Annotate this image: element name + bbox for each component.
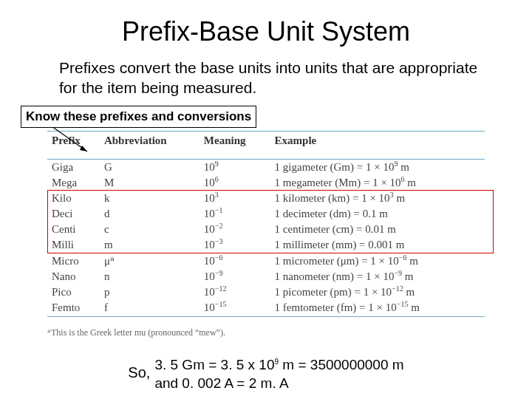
cell-meaning: 109	[200, 159, 270, 175]
cell-prefix: Milli	[47, 237, 100, 253]
table-row: Nanon10−91 nanometer (nm) = 1 × 10−9 m	[47, 269, 485, 284]
col-abbr: Abbreviation	[100, 131, 200, 159]
intro-text: Prefixes convert the base units into uni…	[59, 58, 480, 98]
footnote: ᵃThis is the Greek letter mu (pronounced…	[47, 327, 511, 338]
cell-example: 1 millimeter (mm) = 0.001 m	[270, 237, 485, 253]
cell-meaning: 10−2	[200, 222, 270, 237]
slide: Prefix-Base Unit System Prefixes convert…	[0, 0, 532, 399]
prefix-table: Prefix Abbreviation Meaning Example Giga…	[47, 131, 485, 317]
cell-meaning: 10−6	[200, 253, 270, 269]
cell-prefix: Micro	[47, 253, 100, 269]
cell-prefix: Femto	[47, 300, 100, 317]
cell-abbr: n	[100, 269, 200, 284]
conclusion-line2: and 0. 002 A = 2 m. A	[154, 374, 403, 393]
prefix-table-wrap: Prefix Abbreviation Meaning Example Giga…	[47, 131, 485, 317]
cell-abbr: M	[100, 175, 200, 191]
cell-example: 1 centimeter (cm) = 0.01 m	[270, 222, 485, 237]
cell-abbr: f	[100, 300, 200, 317]
col-example: Example	[270, 131, 485, 159]
conclusion-box: 3. 5 Gm = 3. 5 x 109 m = 3500000000 m an…	[154, 355, 403, 393]
table-header-row: Prefix Abbreviation Meaning Example	[47, 131, 485, 159]
svg-marker-1	[80, 146, 87, 151]
cell-meaning: 10−15	[200, 300, 270, 317]
page-title: Prefix-Base Unit System	[21, 16, 511, 47]
conclusion-so: So,	[128, 364, 150, 381]
table-row: GigaG1091 gigameter (Gm) = 1 × 109 m	[47, 159, 485, 175]
table-row: Kilok1031 kilometer (km) = 1 × 103 m	[47, 191, 485, 206]
cell-abbr: G	[100, 159, 200, 175]
cell-prefix: Centi	[47, 222, 100, 237]
cell-meaning: 106	[200, 175, 270, 191]
cell-example: 1 nanometer (nm) = 1 × 10−9 m	[270, 269, 485, 284]
table-row: MegaM1061 megameter (Mm) = 1 × 106 m	[47, 175, 485, 191]
cell-meaning: 10−9	[200, 269, 270, 284]
conclusion-line1: 3. 5 Gm = 3. 5 x 109 m = 3500000000 m	[154, 355, 403, 375]
conc1-post: m = 3500000000 m	[279, 357, 404, 372]
table-row: Picop10−121 picometer (pm) = 1 × 10−12 m	[47, 284, 485, 300]
cell-abbr: k	[100, 191, 200, 206]
cell-example: 1 micrometer (μm) = 1 × 10−6 m	[270, 253, 485, 269]
cell-prefix: Pico	[47, 284, 100, 300]
cell-prefix: Deci	[47, 206, 100, 222]
cell-prefix: Kilo	[47, 191, 100, 206]
cell-meaning: 10−3	[200, 237, 270, 253]
cell-meaning: 103	[200, 191, 270, 206]
cell-abbr: c	[100, 222, 200, 237]
cell-example: 1 femtometer (fm) = 1 × 10−15 m	[270, 300, 485, 317]
cell-prefix: Mega	[47, 175, 100, 191]
cell-abbr: μᵃ	[100, 253, 200, 269]
cell-example: 1 megameter (Mm) = 1 × 106 m	[270, 175, 485, 191]
conclusion: So, 3. 5 Gm = 3. 5 x 109 m = 3500000000 …	[0, 355, 532, 393]
cell-prefix: Nano	[47, 269, 100, 284]
cell-abbr: p	[100, 284, 200, 300]
table-row: Microμᵃ10−61 micrometer (μm) = 1 × 10−6 …	[47, 253, 485, 269]
cell-abbr: m	[100, 237, 200, 253]
cell-abbr: d	[100, 206, 200, 222]
cell-meaning: 10−1	[200, 206, 270, 222]
callout-box: Know these prefixes and conversions	[21, 106, 256, 128]
col-meaning: Meaning	[200, 131, 270, 159]
cell-example: 1 kilometer (km) = 1 × 103 m	[270, 191, 485, 206]
cell-example: 1 picometer (pm) = 1 × 10−12 m	[270, 284, 485, 300]
table-row: Millim10−31 millimeter (mm) = 0.001 m	[47, 237, 485, 253]
cell-example: 1 gigameter (Gm) = 1 × 109 m	[270, 159, 485, 175]
cell-prefix: Giga	[47, 159, 100, 175]
table-row: Decid10−11 decimeter (dm) = 0.1 m	[47, 206, 485, 222]
cell-example: 1 decimeter (dm) = 0.1 m	[270, 206, 485, 222]
conc1-pre: 3. 5 Gm = 3. 5 x 10	[154, 357, 274, 372]
table-row: Centic10−21 centimeter (cm) = 0.01 m	[47, 222, 485, 237]
table-row: Femtof10−151 femtometer (fm) = 1 × 10−15…	[47, 300, 485, 317]
cell-meaning: 10−12	[200, 284, 270, 300]
